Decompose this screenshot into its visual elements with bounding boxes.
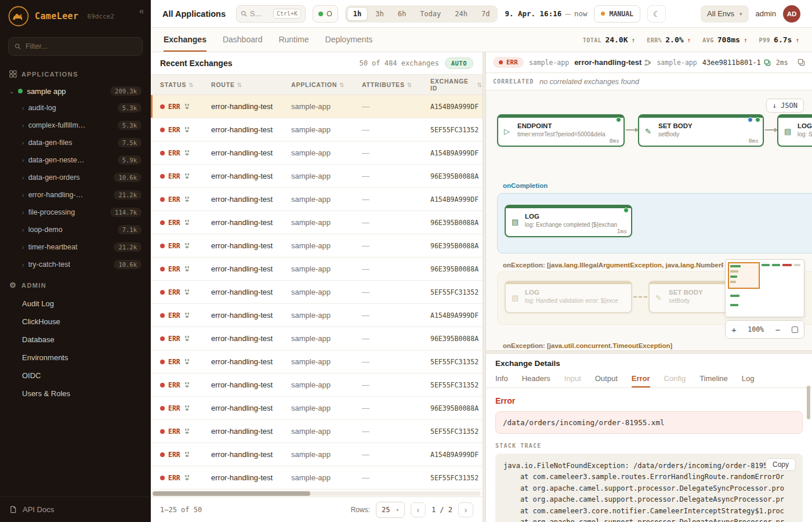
zoom-level: 100% bbox=[748, 325, 764, 334]
zoom-out-button[interactable]: − bbox=[775, 325, 781, 334]
sidebar-route-try-catch-test[interactable]: ›try-catch-test10.6k bbox=[0, 256, 151, 273]
details-title: Exchange Details bbox=[486, 354, 812, 371]
exchange-id[interactable]: 43ee9811b801-1 bbox=[702, 59, 771, 67]
detail-tab-log[interactable]: Log bbox=[742, 371, 755, 387]
exchange-row[interactable]: ERRerror-handling-testsample-app—A154B9A… bbox=[151, 95, 483, 118]
time-range-1h[interactable]: 1h bbox=[347, 7, 368, 21]
time-range-today[interactable]: Today bbox=[414, 7, 447, 21]
node-oncompletion-log[interactable]: ▤ LOG log: Exchange completed [${exchan … bbox=[505, 205, 632, 237]
tab-exchanges[interactable]: Exchanges bbox=[164, 28, 206, 52]
route-cell: error-handling-test bbox=[211, 148, 291, 157]
environment-select[interactable]: All Envs ▾ bbox=[701, 5, 749, 23]
zoom-in-button[interactable]: + bbox=[731, 325, 737, 334]
sidebar-route-error-handling[interactable]: ›error-handling-…21.2k bbox=[0, 186, 151, 204]
sidebar-route-timer-heartbeat[interactable]: ›timer-heartbeat21.2k bbox=[0, 238, 151, 256]
exchange-row[interactable]: ERRerror-handling-testsample-app—96E395B… bbox=[151, 327, 483, 350]
route-cell: error-handling-test bbox=[211, 334, 291, 343]
detail-tab-config[interactable]: Config bbox=[664, 371, 686, 387]
exchange-row[interactable]: ERRerror-handling-testsample-app—5EF55FC… bbox=[151, 281, 483, 304]
copy-icon bbox=[798, 59, 805, 66]
scrollbar-track[interactable] bbox=[153, 491, 481, 496]
sidebar-route-audit-log[interactable]: ›audit-log5.3k bbox=[0, 99, 151, 117]
route-label[interactable]: error-handling-test bbox=[574, 58, 651, 67]
copy-exchange-button[interactable] bbox=[798, 59, 805, 66]
route-diagram-canvas[interactable]: ↓ JSON ▷ ENDPOINT timer:errorTest?period… bbox=[486, 90, 812, 350]
route-cell: error-handling-test bbox=[211, 288, 291, 296]
exchange-row[interactable]: ERRerror-handling-testsample-app—5EF55FC… bbox=[151, 374, 483, 397]
column-header-status[interactable]: STATUS⇅ bbox=[160, 81, 211, 88]
column-header-exchange-id[interactable]: EXCHANGE ID⇅ bbox=[430, 78, 483, 92]
tab-runtime[interactable]: Runtime bbox=[278, 28, 309, 52]
next-page-button[interactable]: › bbox=[458, 502, 473, 517]
exchange-row[interactable]: ERRerror-handling-testsample-app—5EF55FC… bbox=[151, 350, 483, 374]
api-docs-link[interactable]: API Docs bbox=[0, 496, 151, 522]
exchange-row[interactable]: ERRerror-handling-testsample-app—96E395B… bbox=[151, 234, 483, 258]
node-log[interactable]: ▤ LOG log: Sta bbox=[777, 114, 812, 147]
rows-per-page-select[interactable]: 25 ▾ bbox=[376, 502, 405, 518]
user-avatar[interactable]: AD bbox=[783, 5, 800, 23]
download-json-button[interactable]: ↓ JSON bbox=[766, 99, 804, 113]
detail-tab-output[interactable]: Output bbox=[595, 371, 618, 387]
column-header-application[interactable]: APPLICATION⇅ bbox=[291, 81, 362, 88]
node-endpoint[interactable]: ▷ ENDPOINT timer:errorTest?period=5000&d… bbox=[497, 114, 625, 147]
exchange-row[interactable]: ERRerror-handling-testsample-app—96E395B… bbox=[151, 211, 483, 234]
tab-deployments[interactable]: Deployments bbox=[325, 28, 373, 52]
search-input[interactable] bbox=[250, 10, 264, 18]
sidebar-route-complex-fulfillm[interactable]: ›complex-fulfillm…5.3k bbox=[0, 117, 151, 134]
exchange-row[interactable]: ERRerror-handling-testsample-app—96E395B… bbox=[151, 165, 483, 188]
detail-tab-info[interactable]: Info bbox=[495, 371, 508, 387]
node-set-body[interactable]: ✎ SET BODY setBody 0ms bbox=[638, 114, 764, 147]
detail-tab-timeline[interactable]: Timeline bbox=[699, 371, 728, 387]
tab-dashboard[interactable]: Dashboard bbox=[223, 28, 263, 52]
sidebar-admin-environments[interactable]: Environments bbox=[0, 349, 151, 367]
sidebar-admin-users-roles[interactable]: Users & Roles bbox=[0, 385, 151, 403]
detail-tab-input[interactable]: Input bbox=[564, 371, 581, 387]
previous-page-button[interactable]: ‹ bbox=[411, 502, 426, 517]
sidebar-filter[interactable] bbox=[8, 37, 143, 56]
exchange-row[interactable]: ERRerror-handling-testsample-app—5EF55FC… bbox=[151, 420, 483, 443]
manual-refresh-button[interactable]: MANUAL bbox=[594, 5, 640, 23]
detail-tab-headers[interactable]: Headers bbox=[522, 371, 550, 387]
sidebar-route-data-gen-files[interactable]: ›data-gen-files7.5k bbox=[0, 134, 151, 151]
fit-view-icon[interactable] bbox=[792, 327, 798, 333]
copy-icon[interactable] bbox=[764, 59, 771, 66]
sidebar-route-file-processing[interactable]: ›file-processing114.7k bbox=[0, 204, 151, 221]
app-name: sample app bbox=[27, 87, 106, 96]
exchange-row[interactable]: ERRerror-handling-testsample-app—96E395B… bbox=[151, 258, 483, 281]
detail-tab-error[interactable]: Error bbox=[632, 371, 650, 387]
exchange-row[interactable]: ERRerror-handling-testsample-app—5EF55FC… bbox=[151, 118, 483, 142]
sidebar-route-loop-demo[interactable]: ›loop-demo7.1k bbox=[0, 221, 151, 238]
sidebar-admin-oidc[interactable]: OIDC bbox=[0, 367, 151, 385]
filter-input[interactable] bbox=[26, 42, 136, 50]
time-range-24h[interactable]: 24h bbox=[448, 7, 474, 21]
column-header-attributes[interactable]: ATTRIBUTES⇅ bbox=[362, 81, 430, 88]
time-range-3h[interactable]: 3h bbox=[369, 7, 390, 21]
exchange-row[interactable]: ERRerror-handling-testsample-app—A154B9A… bbox=[151, 188, 483, 211]
vertical-scrollbar-thumb[interactable] bbox=[807, 386, 810, 419]
exchange-row[interactable]: ERRerror-handling-testsample-app—A154B9A… bbox=[151, 142, 483, 165]
copy-stack-button[interactable]: Copy bbox=[766, 458, 796, 471]
minimap-node-bar bbox=[730, 270, 738, 273]
theme-toggle-button[interactable]: ☾ bbox=[647, 5, 666, 23]
column-header-route[interactable]: ROUTE⇅ bbox=[211, 81, 291, 88]
diagram-minimap[interactable] bbox=[725, 259, 804, 317]
time-range-6h[interactable]: 6h bbox=[392, 7, 412, 21]
sidebar-app-sample-app[interactable]: ⌄ sample app 209.3k bbox=[0, 83, 151, 99]
exchange-row[interactable]: ERRerror-handling-testsample-app—A154B9A… bbox=[151, 443, 483, 466]
sidebar-admin-audit-log[interactable]: Audit Log bbox=[0, 295, 151, 313]
sidebar-route-data-gen-neste[interactable]: ›data-gen-neste…5.9k bbox=[0, 151, 151, 169]
live-indicator-toggle[interactable]: O bbox=[313, 5, 338, 23]
scrollbar-thumb[interactable] bbox=[153, 491, 310, 496]
date-range[interactable]: 9. Apr. 16:16 – now bbox=[505, 8, 587, 19]
time-range-7d[interactable]: 7d bbox=[475, 7, 496, 21]
auto-refresh-badge[interactable]: AUTO bbox=[445, 57, 473, 69]
global-search[interactable]: Ctrl+K bbox=[236, 5, 306, 23]
node-exception-log[interactable]: ▤ LOG log: Handled validation error: ${e… bbox=[505, 281, 632, 313]
sidebar-admin-clickhouse[interactable]: ClickHouse bbox=[0, 313, 151, 331]
sidebar-collapse-button[interactable]: « bbox=[139, 6, 144, 16]
exchange-row[interactable]: ERRerror-handling-testsample-app—96E395B… bbox=[151, 397, 483, 420]
exchange-row[interactable]: ERRerror-handling-testsample-app—5EF55FC… bbox=[151, 466, 483, 490]
sidebar-admin-database[interactable]: Database bbox=[0, 331, 151, 349]
exchange-row[interactable]: ERRerror-handling-testsample-app—A154B9A… bbox=[151, 304, 483, 327]
sidebar-route-data-gen-orders[interactable]: ›data-gen-orders10.6k bbox=[0, 169, 151, 186]
